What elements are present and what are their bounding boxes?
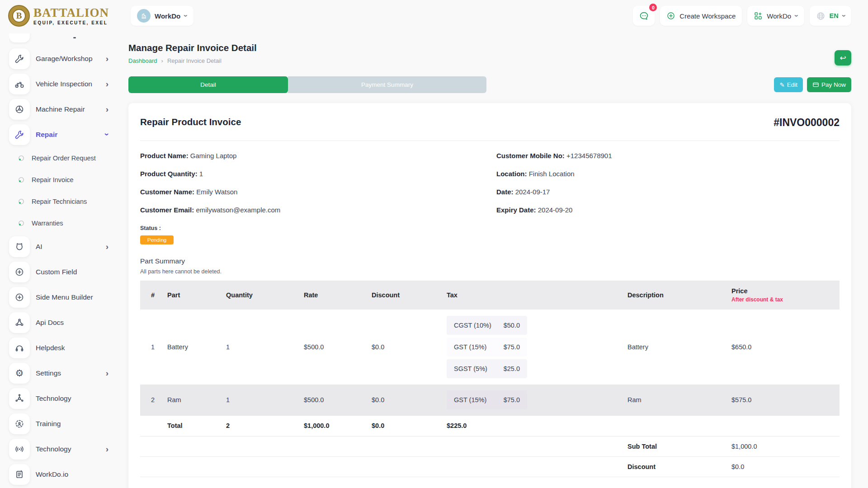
return-arrow-icon: ↩ (840, 53, 846, 63)
brand-logo: B BATTALION EQUIP, EXECUTE, EXEL (0, 0, 127, 32)
col-header-part: Part (167, 281, 226, 310)
sidebar-item-workdo-io[interactable]: WorkDo.io (9, 464, 108, 485)
chevron-down-icon: › (840, 14, 847, 17)
total-label: Total (167, 415, 226, 436)
subtotal-row: Sub Total $1,000.0 (140, 436, 840, 456)
sidebar-item-label: WorkDo.io (36, 470, 108, 479)
sidebar-item-machine-repair[interactable]: Machine Repair › (9, 99, 108, 120)
chevron-right-icon: › (106, 445, 108, 453)
col-header-quantity: Quantity (226, 281, 304, 310)
col-header-description: Description (627, 281, 731, 310)
parts-table: # Part Quantity Rate Discount Tax Descri… (140, 281, 840, 477)
circle-dot-icon (17, 154, 25, 162)
sidebar-item-vehicle-inspection[interactable]: Vehicle Inspection › (9, 73, 108, 94)
table-header-row: # Part Quantity Rate Discount Tax Descri… (140, 281, 840, 310)
sidebar-item-training[interactable]: Training (9, 413, 108, 434)
back-button[interactable]: ↩ (835, 50, 851, 66)
sidebar-item-label: Technology (36, 394, 108, 403)
sidebar-subitem-warranties[interactable]: Warranties (17, 214, 108, 232)
sidebar-subitem-repair-order-request[interactable]: Repair Order Request (17, 149, 108, 167)
tab-group: Detail Payment Summary (128, 76, 486, 93)
sidebar-item-label: Repair (36, 131, 106, 139)
sidebar-item-repair[interactable]: Repair › (9, 124, 108, 145)
tabs-row: Detail Payment Summary ✎Edit Pay Now (128, 76, 851, 93)
table-row: 1 Battery 1 $500.0 $0.0 CGST (10%)$50.0 … (140, 310, 840, 385)
field-location: Location: Finish Location (496, 170, 840, 178)
field-product-name: Product Name: Gaming Laptop (140, 152, 496, 160)
invoice-title: Repair Product Invoice (140, 117, 241, 127)
sidebar-nav: Garage/Workshop › Vehicle Inspection › M… (0, 32, 127, 488)
field-customer-mobile: Customer Mobile No: +12345678901 (496, 152, 840, 160)
language-selector[interactable]: EN › (810, 6, 851, 26)
wrench-icon (9, 124, 30, 145)
tax-chip: GST (15%)$75.0 (447, 338, 527, 357)
sidebar-item-custom-field[interactable]: Custom Field (9, 261, 108, 282)
sidebar-item-label: Side Menu Builder (36, 293, 108, 301)
pencil-icon: ✎ (779, 81, 784, 89)
tab-payment-summary[interactable]: Payment Summary (288, 76, 486, 93)
circle-dot-icon (17, 176, 25, 184)
sidebar-item-api-docs[interactable]: Api Docs (9, 312, 108, 333)
chevron-down-icon: › (793, 14, 800, 17)
sidebar-item-garage-workshop[interactable]: Garage/Workshop › (9, 48, 108, 69)
invoice-card: Repair Product Invoice #INVO000002 Produ… (128, 103, 851, 488)
headphones-icon (9, 338, 30, 358)
chevron-down-icon: › (103, 133, 111, 136)
col-header-no: # (140, 281, 167, 310)
sidebar-item-side-menu-builder[interactable]: Side Menu Builder (9, 286, 108, 308)
chevron-right-icon: › (106, 242, 108, 251)
table-total-row: Total 2 $1,000.0 $0.0 $225.0 (140, 415, 840, 436)
pay-now-button[interactable]: Pay Now (807, 77, 851, 92)
col-header-discount: Discount (372, 281, 447, 310)
field-customer-email: Customer Email: emilywatson@example.com (140, 206, 496, 214)
app-root: B BATTALION EQUIP, EXECUTE, EXEL Garage/… (0, 0, 868, 488)
main-area: WorkDo › 0 Create Workspace (127, 0, 868, 488)
chevron-right-icon: › (106, 54, 108, 63)
globe-icon (816, 11, 826, 21)
page-content: Manage Repair Invoice Detail Dashboard ›… (127, 32, 868, 488)
breadcrumb-dashboard-link[interactable]: Dashboard (128, 57, 157, 64)
training-icon (9, 413, 30, 434)
invoice-number: #INVO000002 (774, 117, 840, 129)
credit-card-icon (812, 81, 819, 88)
gear-icon: ⚙ (9, 363, 30, 384)
sidebar-item-helpdesk[interactable]: Helpdesk (9, 337, 108, 358)
sidebar-item-technology-broadcast[interactable]: Technology › (9, 438, 108, 460)
grid-plus-icon (754, 11, 763, 20)
circle-dot-icon (17, 219, 25, 227)
status-label: Status : (140, 225, 840, 231)
sidebar-item-partial (9, 33, 108, 44)
chevron-right-icon: › (106, 369, 108, 377)
sidebar-item-technology-hub[interactable]: Technology (9, 388, 108, 409)
tax-chip: GST (15%)$75.0 (447, 390, 527, 409)
ai-cat-icon (9, 236, 30, 257)
brand-tagline: EQUIP, EXECUTE, EXEL (33, 20, 109, 25)
workspace-selector[interactable]: WorkDo › (131, 6, 193, 26)
sidebar-item-settings[interactable]: ⚙ Settings › (9, 362, 108, 384)
page-title: Manage Repair Invoice Detail (128, 42, 851, 53)
circle-dot-icon (17, 197, 25, 206)
sidebar-item-label: Garage/Workshop (36, 55, 106, 63)
triangle-nodes-icon (9, 312, 30, 333)
circle-plus-icon (9, 287, 30, 308)
brand-name: BATTALION (33, 7, 109, 19)
wheel-icon (9, 99, 30, 120)
breadcrumb-current: Repair Invoice Detail (167, 57, 222, 64)
tax-chip: SGST (5%)$25.0 (447, 359, 527, 378)
workspace-menu-button[interactable]: WorkDo › (747, 6, 804, 26)
messenger-button[interactable]: 0 (633, 6, 655, 26)
tax-chip: CGST (10%)$50.0 (447, 316, 527, 335)
field-product-quantity: Product Quantity: 1 (140, 170, 496, 178)
tab-detail[interactable]: Detail (128, 76, 288, 93)
hub-icon (9, 388, 30, 409)
part-summary-title: Part Summary (140, 257, 840, 265)
breadcrumb: Dashboard › Repair Invoice Detail (128, 57, 851, 64)
notification-badge: 0 (649, 4, 657, 11)
edit-button[interactable]: ✎Edit (774, 77, 803, 92)
sidebar-subitem-repair-invoice[interactable]: Repair Invoice (17, 171, 108, 189)
sidebar-item-ai[interactable]: AI › (9, 236, 108, 257)
motorcycle-icon (9, 74, 30, 94)
create-workspace-button[interactable]: Create Workspace (660, 6, 742, 26)
sidebar-subitem-repair-technicians[interactable]: Repair Technicians (17, 192, 108, 211)
chevron-right-icon: › (106, 80, 108, 88)
